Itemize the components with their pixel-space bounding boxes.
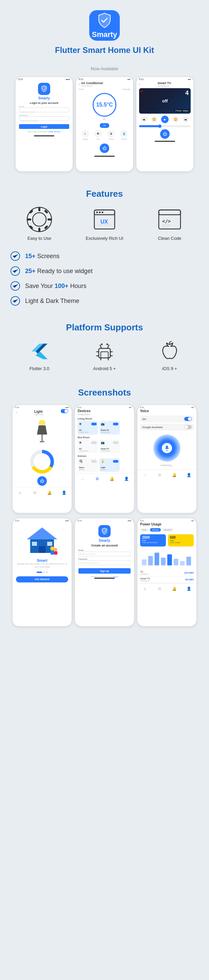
svg-line-33	[108, 345, 109, 348]
svg-rect-67	[186, 557, 191, 565]
nav3-grid-icon[interactable]: ⊞	[156, 472, 163, 478]
nav-user-icon[interactable]: 👤	[61, 490, 67, 496]
android-label: Android 5 +	[93, 366, 116, 371]
device-card-tv[interactable]: 📺 Smart TV Living Room	[99, 421, 120, 434]
flutter-icon-wrap	[27, 340, 51, 363]
svg-point-56	[50, 546, 54, 550]
home-indicator-ac	[94, 156, 115, 157]
power-tabs: Daily Weekly Monthly	[140, 528, 194, 531]
svg-marker-51	[27, 528, 57, 539]
back-arrow-icon[interactable]: ‹	[79, 83, 80, 86]
tv-power-btn[interactable]: ⏻	[160, 129, 170, 139]
google-toggle[interactable]	[184, 425, 192, 429]
ac-toggle[interactable]	[91, 423, 97, 425]
nav-grid-icon[interactable]: ⊞	[32, 490, 38, 496]
svg-rect-4	[27, 218, 31, 221]
svg-line-43	[170, 341, 171, 342]
svg-text:UX: UX	[101, 219, 108, 224]
password-input[interactable]: Enter your password	[19, 116, 69, 121]
mic-svg-icon	[164, 445, 170, 451]
netflix-icon: N	[140, 89, 143, 93]
tv-prev-btn[interactable]: ⏮	[141, 116, 147, 123]
tv-play-btn[interactable]: ▶	[161, 116, 169, 123]
tv-next-btn[interactable]: ⏭	[182, 116, 189, 123]
tv-forward-btn[interactable]: ⏩	[173, 116, 179, 123]
home-indicator-reg	[94, 578, 115, 579]
power-tab-monthly[interactable]: Monthly	[162, 528, 173, 531]
tv-controls-row: ⏮ ⏪ ▶ ⏩ ⏭	[139, 116, 191, 123]
nav-bell-icon[interactable]: 🔔	[46, 490, 53, 496]
nav4-home-icon[interactable]: ⌂	[142, 585, 148, 592]
email-input[interactable]: Enter your email	[19, 108, 69, 112]
rich-ui-icon-wrap: UX	[91, 206, 118, 233]
siri-toggle[interactable]	[184, 417, 192, 421]
ac-power-toggle[interactable]: ON	[100, 123, 109, 128]
light-navbar: ⌂ ⊞ 🔔 👤	[13, 487, 72, 497]
ac-temp-control[interactable]: 🌡 Temp	[107, 130, 115, 140]
nav4-user-icon[interactable]: 👤	[186, 585, 192, 592]
nav2-bell-icon[interactable]: 🔔	[109, 476, 115, 482]
screenshots-title: Screenshots	[78, 387, 131, 398]
nav2-home-icon[interactable]: ⌂	[80, 476, 86, 482]
login-button[interactable]: Login	[19, 124, 69, 129]
reg-email-wrap: Email Enter your email	[78, 549, 131, 556]
nav3-bell-icon[interactable]: 🔔	[171, 472, 177, 478]
device-card-ac[interactable]: ❄ AC Living Room	[78, 421, 98, 434]
tv-back-icon[interactable]: ‹	[139, 83, 140, 86]
svg-point-34	[101, 344, 103, 345]
register-content-screen: Smarty Create an account Email Enter you…	[75, 522, 134, 578]
ac-controls: ↕ Swing ❄ Fan 🌡 Temp 💧 Humid	[79, 130, 130, 140]
bed-ac-toggle[interactable]	[91, 441, 97, 444]
ac-humidity-control[interactable]: 💧 Humid	[120, 130, 128, 140]
power-tab-weekly[interactable]: Weekly	[150, 528, 161, 531]
light-back-icon[interactable]: ‹	[16, 411, 17, 414]
svg-rect-47	[40, 441, 45, 442]
devices-title: Devices	[78, 409, 131, 413]
reg-email-input[interactable]: Enter your email	[78, 552, 131, 556]
living-room-label: Living Room	[78, 418, 131, 420]
svg-rect-31	[101, 352, 108, 358]
reg-password-input[interactable]: Enter your password	[78, 560, 131, 565]
power-tab-daily[interactable]: Daily	[140, 528, 148, 531]
nav-home-icon[interactable]: ⌂	[17, 490, 23, 496]
kitchen-toggle-2[interactable]	[113, 460, 118, 463]
nav2-user-icon[interactable]: 👤	[123, 476, 129, 482]
color-picker-circle[interactable]	[30, 450, 54, 474]
device-card-kitchen-1[interactable]: 🍳 Stove Kitchen	[78, 458, 98, 472]
ac-fan-control[interactable]: ❄ Fan	[94, 130, 102, 140]
app-logo-icon: Smarty	[89, 10, 120, 41]
reg-email-label: Email	[78, 549, 131, 551]
checklist-item-hours: Save Your 100+ Hours	[10, 281, 199, 291]
nav2-grid-icon[interactable]: ⊞	[94, 476, 100, 482]
statusbar-power: 6:21 ●●	[137, 518, 196, 522]
nav3-home-icon[interactable]: ⌂	[142, 472, 148, 478]
svg-rect-66	[180, 561, 185, 565]
tv-phone-frame: 6:21 ●● ‹ Smart TV Living Room ⋮ N off 4…	[136, 77, 194, 172]
tv-rewind-btn[interactable]: ⏪	[151, 116, 157, 123]
voice-mic-circle[interactable]	[153, 434, 180, 462]
bed-tv-icon: 📺	[101, 441, 104, 444]
checklist: 15+ Screens 25+ Ready to use widget Save…	[7, 251, 202, 306]
tv-toggle[interactable]	[113, 423, 118, 425]
nav3-user-icon[interactable]: 👤	[186, 472, 192, 478]
ac-main-btn[interactable]: ⏻	[100, 143, 109, 153]
platform-android: Android 5 +	[84, 340, 125, 371]
tv-progress-bar[interactable]	[139, 125, 191, 127]
kitchen-toggle-1[interactable]	[91, 460, 97, 463]
device-card-kitchen-2[interactable]: 💡 Light Kitchen	[99, 458, 120, 472]
bed-tv-toggle[interactable]	[113, 441, 118, 444]
ac-swing-control[interactable]: ↕ Swing	[81, 130, 89, 140]
light-toggle[interactable]	[61, 409, 68, 413]
light-power-btn[interactable]: ⏻	[37, 476, 47, 486]
power-title: Power Usage	[140, 522, 194, 526]
device-card-bed-tv[interactable]: 📺 Smart TV Living Room	[99, 440, 120, 453]
statusbar-voice: 6:21 ●●	[137, 405, 196, 409]
sign-up-button[interactable]: Sign Up	[78, 568, 131, 574]
nav4-bell-icon[interactable]: 🔔	[171, 585, 177, 592]
reg-password-wrap: Password Enter your password	[78, 558, 131, 565]
svg-point-58	[54, 548, 57, 551]
power-device-row-1: TV Category 1 120 kWh	[140, 570, 194, 576]
device-card-bed-ac[interactable]: ❄ AC Living Room	[78, 440, 98, 453]
nav4-grid-icon[interactable]: ⊞	[156, 585, 163, 592]
get-started-button[interactable]: Get Started	[16, 576, 68, 582]
